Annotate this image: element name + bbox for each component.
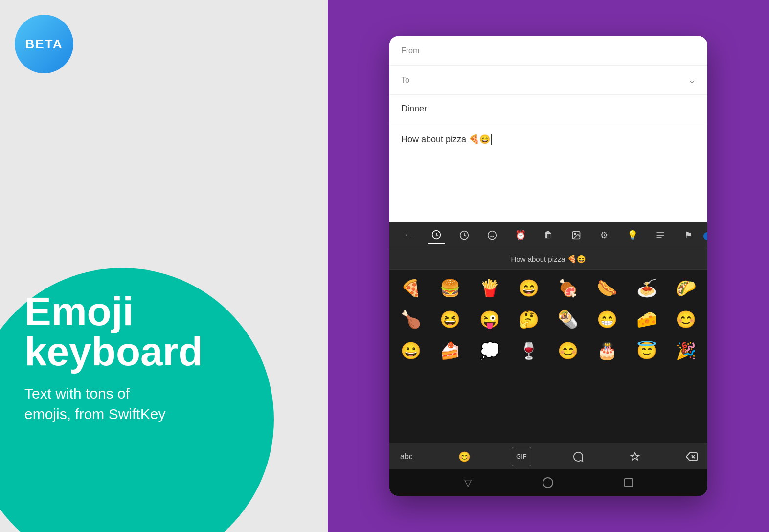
beta-badge: BETA	[15, 15, 73, 73]
sticker-button[interactable]	[568, 447, 588, 466]
emoji-hotdog[interactable]: 🌭	[590, 273, 624, 303]
to-field[interactable]: To ⌄	[389, 66, 707, 95]
emoji-drumstick[interactable]: 🍗	[394, 304, 428, 334]
keyboard-panel: ←	[389, 222, 707, 496]
text-cursor	[491, 134, 492, 145]
emoji-grinning[interactable]: 😀	[394, 335, 428, 366]
chevron-down-icon: ⌄	[688, 75, 696, 86]
emoji-beam[interactable]: 😁	[590, 304, 624, 334]
phone-mockup: From To ⌄ Dinner How about pizza 🍕😄	[389, 36, 707, 496]
headline: Emoji keyboard	[24, 291, 203, 372]
emoji-pizza[interactable]: 🍕	[394, 273, 428, 303]
emoji-burger[interactable]: 🍔	[433, 273, 467, 303]
keyboard-mode-icon[interactable]	[428, 226, 445, 244]
body-field[interactable]: How about pizza 🍕😄	[389, 123, 707, 222]
beta-label: BETA	[25, 37, 63, 52]
gif-button[interactable]: GIF	[512, 447, 531, 466]
nav-back-button[interactable]: ▽	[464, 477, 472, 488]
keyboard-toolbar: ←	[389, 222, 707, 248]
android-nav-bar: ▽	[389, 469, 707, 496]
to-label: To	[401, 76, 430, 85]
nav-home-button[interactable]	[543, 477, 553, 488]
recent-emojis-icon[interactable]	[455, 226, 473, 244]
emoji-toggle-button[interactable]: 😊	[455, 447, 475, 466]
bulb-icon[interactable]: 💡	[624, 226, 641, 244]
emoji-grin[interactable]: 😄	[512, 273, 545, 303]
emoji-grid: 🍕 🍔 🍟 😄 🍖 🌭 🍝 🌮 🍗 😆 😜 🤔 🌯 😁	[389, 270, 707, 443]
emoji-row-3: 😀 🍰 💭 🍷 😊 🎂 😇 🎉	[391, 335, 705, 366]
pin-button[interactable]	[625, 447, 645, 466]
emoji-wine[interactable]: 🍷	[512, 335, 545, 366]
subject-text: Dinner	[401, 104, 427, 113]
left-panel: BETA Emoji keyboard Text with tons of em…	[0, 0, 328, 532]
emoji-laugh[interactable]: 😆	[433, 304, 467, 334]
right-panel: From To ⌄ Dinner How about pizza 🍕😄	[328, 0, 769, 532]
svg-point-2	[488, 231, 497, 239]
settings-icon[interactable]: ⚙	[595, 226, 613, 244]
email-compose: From To ⌄ Dinner How about pizza 🍕😄	[389, 36, 707, 222]
emoji-cake[interactable]: 🍰	[433, 335, 467, 366]
keyboard-bottom-bar: abc 😊 GIF	[389, 443, 707, 469]
emoji-meat[interactable]: 🍖	[551, 273, 585, 303]
trash-icon[interactable]: 🗑	[540, 226, 557, 244]
sticker-icon[interactable]	[567, 226, 585, 244]
emoji-row-1: 🍕 🍔 🍟 😄 🍖 🌭 🍝 🌮	[391, 273, 705, 303]
from-label: From	[401, 46, 430, 55]
back-toolbar-icon[interactable]: ←	[400, 226, 417, 244]
emoji-fries[interactable]: 🍟	[473, 273, 506, 303]
preview-text: How about pizza 🍕😄	[511, 255, 586, 264]
svg-point-6	[574, 233, 576, 234]
emoji-preview-bar: How about pizza 🍕😄	[389, 248, 707, 270]
subtext: Text with tons of emojis, from SwiftKey	[24, 383, 203, 424]
emoji-row-2: 🍗 😆 😜 🤔 🌯 😁 🧀 😊	[391, 304, 705, 334]
smiley-category-icon[interactable]	[483, 226, 501, 244]
emoji-smile[interactable]: 😊	[669, 304, 702, 334]
format-icon[interactable]	[652, 226, 669, 244]
emoji-taco[interactable]: 🌮	[669, 273, 702, 303]
left-content: Emoji keyboard Text with tons of emojis,…	[24, 291, 203, 424]
nav-recent-button[interactable]	[624, 478, 633, 487]
emoji-think[interactable]: 🤔	[512, 304, 545, 334]
alarm-icon[interactable]: ⏰	[512, 226, 529, 244]
emoji-wink[interactable]: 😜	[473, 304, 506, 334]
backspace-button[interactable]	[682, 447, 701, 466]
abc-button[interactable]: abc	[395, 449, 418, 464]
emoji-thought[interactable]: 💭	[473, 335, 506, 366]
from-field: From	[389, 36, 707, 66]
emoji-burrito[interactable]: 🌯	[551, 304, 585, 334]
emoji-halo[interactable]: 😇	[630, 335, 663, 366]
emoji-smiling[interactable]: 😊	[551, 335, 585, 366]
body-text: How about pizza 🍕😄	[401, 134, 492, 144]
subject-field[interactable]: Dinner	[389, 95, 707, 123]
emoji-cheese[interactable]: 🧀	[630, 304, 663, 334]
flag-icon[interactable]: ⚑	[679, 226, 697, 244]
emoji-party[interactable]: 🎉	[669, 335, 702, 366]
emoji-pasta[interactable]: 🍝	[630, 273, 663, 303]
emoji-birthday[interactable]: 🎂	[590, 335, 624, 366]
